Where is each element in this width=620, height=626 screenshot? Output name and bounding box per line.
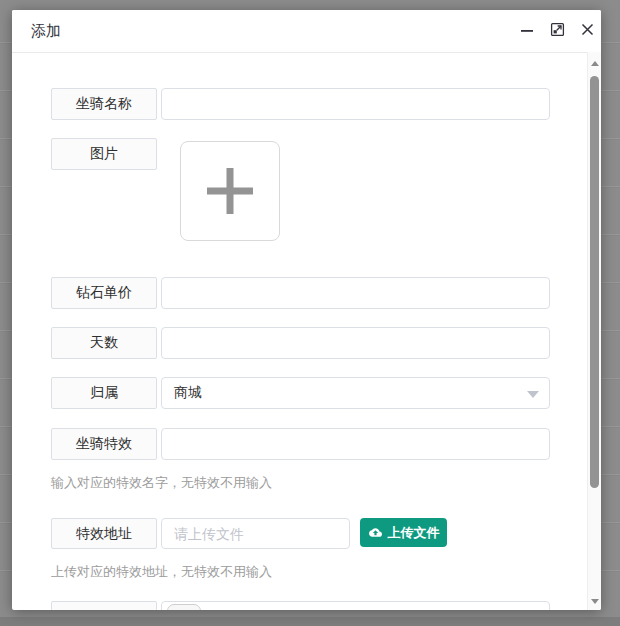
mount-name-input[interactable] <box>161 88 550 120</box>
belonging-selected-value: 商城 <box>162 384 202 402</box>
days-label: 天数 <box>51 327 157 359</box>
close-button[interactable] <box>576 20 598 42</box>
chevron-down-icon <box>527 391 539 398</box>
diamond-price-input[interactable] <box>161 277 550 309</box>
scroll-up-arrow-icon[interactable] <box>591 61 599 66</box>
mount-name-label: 坐骑名称 <box>51 88 157 120</box>
belonging-label: 归属 <box>51 377 157 409</box>
minimize-icon <box>520 23 534 40</box>
scrollbar-thumb[interactable] <box>590 76 599 488</box>
clipped-row-label <box>51 601 157 610</box>
mount-effect-label: 坐骑特效 <box>51 428 157 460</box>
clipped-row-field[interactable] <box>161 601 550 610</box>
cloud-upload-icon <box>368 526 383 539</box>
background-bottom-band <box>0 617 620 626</box>
effect-url-input[interactable] <box>161 518 350 549</box>
close-icon <box>580 22 595 40</box>
mount-effect-input[interactable] <box>161 428 550 460</box>
add-dialog: 添加 <box>12 10 601 610</box>
effect-url-label: 特效地址 <box>51 518 157 549</box>
dialog-title: 添加 <box>31 10 61 52</box>
scroll-down-arrow-icon[interactable] <box>591 599 599 604</box>
image-upload-area[interactable] <box>180 141 280 241</box>
effect-url-hint: 上传对应的特效地址，无特效不用输入 <box>51 563 272 581</box>
days-input[interactable] <box>161 327 550 359</box>
maximize-icon <box>550 22 565 40</box>
belonging-select[interactable]: 商城 <box>161 377 550 409</box>
minimize-button[interactable] <box>516 20 538 42</box>
window-controls <box>516 10 598 52</box>
dialog-titlebar: 添加 <box>12 10 601 53</box>
image-label: 图片 <box>51 138 157 170</box>
clipped-row-toggle[interactable] <box>167 604 201 610</box>
dialog-scrollbar[interactable] <box>587 52 601 610</box>
effect-name-hint: 输入对应的特效名字，无特效不用输入 <box>51 474 272 492</box>
upload-file-button-label: 上传文件 <box>388 524 440 542</box>
upload-file-button[interactable]: 上传文件 <box>360 518 447 547</box>
maximize-button[interactable] <box>546 20 568 42</box>
diamond-price-label: 钻石单价 <box>51 277 157 309</box>
